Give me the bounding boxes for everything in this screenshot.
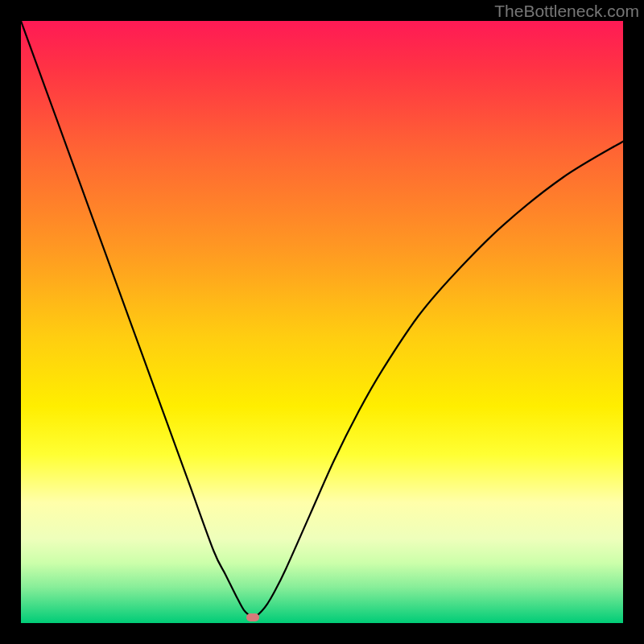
watermark: TheBottleneck.com bbox=[494, 2, 639, 21]
plot-area bbox=[21, 21, 623, 623]
chart-container: TheBottleneck.com bbox=[0, 0, 644, 644]
